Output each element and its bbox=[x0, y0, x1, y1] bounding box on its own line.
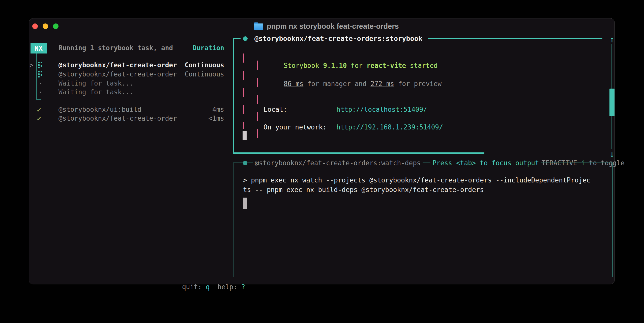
task-tree-corner bbox=[36, 99, 41, 100]
task-name: Waiting for task... bbox=[58, 79, 133, 88]
scroll-up-arrow[interactable]: ↑ bbox=[608, 35, 616, 44]
manager-time: 86 ms bbox=[284, 80, 303, 88]
task-tree-line bbox=[36, 53, 37, 99]
help-label: help: bbox=[210, 283, 238, 291]
task-duration: <1ms bbox=[208, 114, 224, 123]
completed-task-row[interactable]: @storybooknx/feat-create-order <1ms bbox=[58, 114, 224, 123]
nx-badge: NX bbox=[31, 43, 47, 53]
task-duration: 4ms bbox=[212, 105, 224, 114]
task-name: Waiting for task... bbox=[58, 88, 133, 97]
preview-time: 272 ms bbox=[370, 80, 394, 88]
quit-key: q bbox=[202, 283, 210, 291]
storybook-panel-border-top-stub bbox=[233, 38, 241, 39]
window-title: pnpm nx storybook feat-create-orders bbox=[267, 22, 399, 31]
timing-text: for preview bbox=[394, 80, 442, 88]
framework-name: react-vite bbox=[367, 62, 406, 69]
scrollbar-thumb[interactable] bbox=[609, 89, 614, 116]
task-row[interactable]: @storybooknx/feat-create-order Continuou… bbox=[58, 61, 224, 70]
selection-caret: > bbox=[30, 61, 34, 70]
storybook-panel-border-left bbox=[233, 38, 234, 154]
check-icon: ✔ bbox=[37, 114, 41, 123]
task-summary: Running 1 storybook task, and bbox=[58, 43, 173, 52]
timing-text: for manager and bbox=[303, 80, 370, 88]
command-line: ts -- pnpm exec nx build-deps @storybook… bbox=[243, 185, 484, 194]
task-name: @storybooknx/feat-create-order bbox=[58, 61, 177, 70]
storybook-box-border-inner bbox=[257, 61, 258, 144]
storybook-box-border-left bbox=[243, 53, 244, 129]
keybinding-footer: quit: q help: ? bbox=[158, 273, 245, 301]
storybook-panel-title: @storybooknx/feat-create-orders:storyboo… bbox=[254, 34, 422, 43]
command-line: > pnpm exec nx watch --projects @storybo… bbox=[243, 176, 591, 185]
close-button[interactable] bbox=[32, 23, 38, 29]
local-url-link[interactable]: http://localhost:51409/ bbox=[336, 105, 427, 114]
screen: pnpm nx storybook feat-create-orders NX … bbox=[0, 0, 644, 323]
task-list-header: Running 1 storybook task, and Duration bbox=[58, 43, 224, 52]
spinner-icon bbox=[38, 71, 43, 77]
minimize-button[interactable] bbox=[43, 23, 48, 29]
completed-task-row[interactable]: @storybooknx/ui:build 4ms bbox=[58, 105, 224, 114]
focus-output-hint: Press <tab> to focus output bbox=[430, 158, 541, 168]
quit-label: quit: bbox=[182, 283, 202, 291]
task-row[interactable]: @storybooknx/feat-create-order Continuou… bbox=[58, 70, 224, 79]
local-label: Local: bbox=[264, 105, 287, 114]
task-status-dot-icon bbox=[243, 36, 248, 41]
task-row[interactable]: Waiting for task... bbox=[58, 79, 224, 88]
task-name: @storybooknx/feat-create-order bbox=[58, 70, 177, 79]
task-status: Continuous bbox=[185, 61, 224, 70]
watch-panel-title: @storybooknx/feat-create-orders:watch-de… bbox=[253, 158, 423, 168]
duration-column-header: Duration bbox=[193, 43, 224, 52]
folder-icon bbox=[254, 23, 263, 30]
task-row[interactable]: Waiting for task... bbox=[58, 88, 224, 97]
terminal-window: pnpm nx storybook feat-create-orders NX … bbox=[29, 18, 615, 284]
started-text: Storybook bbox=[284, 62, 323, 69]
network-label: On your network: bbox=[264, 123, 327, 132]
started-text: started bbox=[406, 62, 437, 69]
task-name: @storybooknx/feat-create-order bbox=[58, 114, 177, 123]
task-status-dot-icon bbox=[243, 161, 247, 165]
titlebar: pnpm nx storybook feat-create-orders bbox=[254, 22, 399, 31]
storybook-panel-border-bottom bbox=[233, 152, 484, 154]
scroll-down-arrow[interactable]: ↓ bbox=[608, 149, 616, 158]
task-status: Continuous bbox=[185, 70, 224, 79]
help-key: ? bbox=[237, 283, 245, 291]
storybook-version: 9.1.10 bbox=[323, 62, 347, 69]
maximize-button[interactable] bbox=[53, 23, 58, 29]
storybook-timing-line: 86 ms for manager and 272 ms for preview bbox=[260, 70, 442, 97]
started-text: for bbox=[347, 62, 366, 69]
check-icon: ✔ bbox=[37, 105, 41, 114]
network-url-link[interactable]: http://192.168.1.239:51409/ bbox=[336, 123, 443, 132]
terminal-cursor bbox=[243, 198, 247, 209]
storybook-panel-border-top bbox=[428, 38, 602, 39]
spinner-icon bbox=[38, 62, 43, 68]
terminal-cursor bbox=[243, 131, 247, 140]
waiting-bullet: · bbox=[39, 79, 43, 88]
waiting-bullet: · bbox=[39, 88, 43, 97]
task-name: @storybooknx/ui:build bbox=[58, 105, 141, 114]
